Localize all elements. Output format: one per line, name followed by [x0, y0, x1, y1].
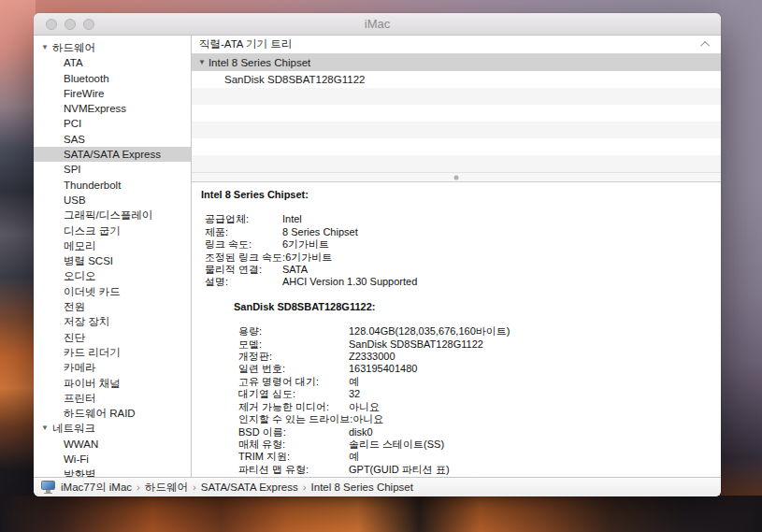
panel-splitter[interactable]	[192, 172, 721, 182]
sidebar-item-label: 방화벽	[64, 468, 96, 477]
sidebar-item-label: ATA	[64, 57, 83, 68]
sidebar-item-thunderbolt[interactable]: Thunderbolt	[34, 178, 191, 193]
minimize-button[interactable]	[65, 19, 76, 30]
window-titlebar[interactable]: iMac	[34, 13, 721, 36]
detail-row-고유-명령어-대기: 고유 명령어 대기:예	[201, 376, 710, 388]
detail-row-공급업체: 공급업체:Intel	[201, 213, 710, 225]
sidebar-item-저장-장치[interactable]: 저장 장치	[34, 314, 191, 329]
detail-row-모델: 모델:SanDisk SD8SBAT128G1122	[201, 338, 710, 351]
breadcrumb-item-sata-sata-express[interactable]: SATA/SATA Express	[201, 482, 298, 493]
detail-label: 조정된 링크 속도:	[205, 252, 285, 264]
sidebar-item-usb[interactable]: USB	[34, 193, 191, 208]
sidebar-item-진단[interactable]: 진단	[34, 330, 191, 345]
sidebar-item-파이버-채널[interactable]: 파이버 채널	[34, 376, 191, 391]
detail-value: GPT(GUID 파티션 표)	[349, 464, 450, 476]
sidebar-item-ata[interactable]: ATA	[34, 55, 191, 70]
status-bar: iMac77의 iMac›하드웨어›SATA/SATA Express›Inte…	[34, 477, 721, 496]
sidebar-group-하드웨어[interactable]: ▼하드웨어	[34, 40, 191, 55]
sidebar-item-카드-리더기[interactable]: 카드 리더기	[34, 345, 191, 360]
sidebar-item-label: NVMExpress	[64, 103, 126, 114]
detail-section-heading: Intel 8 Series Chipset:	[201, 189, 710, 201]
tree-row-empty[interactable]	[192, 138, 721, 155]
wallpaper-bottom-mountains	[0, 496, 762, 532]
sidebar-item-이더넷-카드[interactable]: 이더넷 카드	[34, 284, 191, 299]
detail-row-개정판: 개정판:Z2333000	[201, 351, 710, 363]
detail-value: Intel	[282, 213, 302, 225]
detail-row-설명: 설명:AHCI Version 1.30 Supported	[201, 276, 710, 288]
tree-row-intel-8-series-chipset[interactable]: ▼Intel 8 Series Chipset	[192, 54, 721, 71]
detail-value: 예	[349, 376, 359, 388]
detail-label: 용량:	[238, 325, 349, 338]
sidebar-item-하드웨어-raid[interactable]: 하드웨어 RAID	[34, 406, 191, 421]
detail-value: 32	[349, 388, 360, 400]
tree-row-sandisk-sd8sbat128g1122[interactable]: SanDisk SD8SBAT128G1122	[192, 71, 721, 88]
tree-row-empty[interactable]	[192, 105, 721, 122]
sidebar-item-wi-fi[interactable]: Wi-Fi	[34, 452, 191, 467]
detail-row-bsd-이름: BSD 이름:disk0	[201, 426, 710, 439]
device-tree-column-header[interactable]: 직렬-ATA 기기 트리	[192, 36, 721, 54]
detail-row-파티션-맵-유형: 파티션 맵 유형:GPT(GUID 파티션 표)	[201, 464, 710, 476]
zoom-button[interactable]	[83, 19, 94, 30]
breadcrumb: iMac77의 iMac›하드웨어›SATA/SATA Express›Inte…	[61, 481, 413, 495]
sidebar-item-label: 디스크 굽기	[64, 225, 121, 237]
detail-label: 인지할 수 있는 드라이브:	[238, 413, 352, 425]
imac-computer-icon	[41, 481, 55, 494]
breadcrumb-item-하드웨어[interactable]: 하드웨어	[145, 482, 188, 493]
tree-row-empty[interactable]	[192, 88, 721, 105]
breadcrumb-separator: ›	[137, 482, 140, 493]
sidebar-item-spi[interactable]: SPI	[34, 162, 191, 177]
breadcrumb-item-intel-8-series-chipset[interactable]: Intel 8 Series Chipset	[311, 482, 413, 493]
detail-label: 모델:	[238, 338, 349, 351]
sidebar-item-병렬-scsi[interactable]: 병렬 SCSI	[34, 253, 191, 268]
sidebar-item-label: 병렬 SCSI	[64, 255, 113, 266]
sidebar-item-label: 하드웨어 RAID	[64, 408, 136, 419]
detail-label: TRIM 지원:	[238, 451, 349, 463]
sidebar-item-sas[interactable]: SAS	[34, 132, 191, 147]
detail-value: disk0	[349, 426, 373, 439]
sidebar-item-label: 저장 장치	[64, 316, 109, 327]
sidebar-item-nvmexpress[interactable]: NVMExpress	[34, 101, 191, 116]
sidebar-item-bluetooth[interactable]: Bluetooth	[34, 71, 191, 86]
sidebar-item-전원[interactable]: 전원	[34, 299, 191, 314]
tree-row-empty[interactable]	[192, 122, 721, 138]
detail-row-용량: 용량:128.04GB(128,035,676,160바이트)	[201, 325, 710, 338]
device-tree-rows: ▼Intel 8 Series ChipsetSanDisk SD8SBAT12…	[192, 54, 721, 172]
sidebar-item-label: SPI	[64, 164, 81, 175]
detail-section-sandisk-sd8sbat128g1122: SanDisk SD8SBAT128G1122:용량:128.04GB(128,…	[201, 301, 710, 476]
sidebar-item-메모리[interactable]: 메모리	[34, 238, 191, 253]
sidebar-item-label: 카메라	[64, 362, 96, 373]
sidebar-item-방화벽[interactable]: 방화벽	[34, 467, 191, 477]
sidebar-item-wwan[interactable]: WWAN	[34, 437, 191, 452]
sidebar-item-label: 메모리	[64, 240, 96, 252]
close-button[interactable]	[46, 19, 57, 30]
sidebar-item-디스크-굽기[interactable]: 디스크 굽기	[34, 223, 191, 238]
disclosure-triangle-icon: ▼	[41, 40, 49, 55]
sidebar-item-sata-sata-express[interactable]: SATA/SATA Express	[34, 147, 191, 162]
detail-value: 6기가비트	[285, 252, 332, 264]
sidebar-item-label: SATA/SATA Express	[64, 149, 161, 160]
traffic-lights	[46, 19, 94, 30]
sidebar-item-firewire[interactable]: FireWire	[34, 86, 191, 101]
sidebar-item-label: PCI	[64, 118, 81, 129]
breadcrumb-item-imac77의-imac[interactable]: iMac77의 iMac	[61, 482, 132, 493]
splitter-handle-icon	[454, 175, 459, 180]
sidebar-item-프린터[interactable]: 프린터	[34, 391, 191, 406]
detail-label: 제품:	[205, 226, 282, 238]
sidebar-item-label: 그래픽/디스플레이	[64, 209, 152, 221]
detail-row-매체-유형: 매체 유형:솔리드 스테이트(SS)	[201, 439, 710, 451]
detail-value: 8 Series Chipset	[282, 226, 358, 238]
sidebar-item-카메라[interactable]: 카메라	[34, 360, 191, 375]
sidebar-item-오디오[interactable]: 오디오	[34, 268, 191, 283]
sidebar-item-label: 전원	[64, 301, 85, 312]
details-panel: Intel 8 Series Chipset:공급업체:Intel제품:8 Se…	[192, 182, 721, 477]
detail-value: 6기가비트	[282, 238, 329, 251]
sidebar-item-그래픽-디스플레이[interactable]: 그래픽/디스플레이	[34, 208, 191, 223]
sidebar-group-네트워크[interactable]: ▼네트워크	[34, 421, 191, 436]
detail-label: BSD 이름:	[238, 426, 349, 439]
sidebar: ▼하드웨어ATABluetoothFireWireNVMExpressPCISA…	[34, 36, 192, 477]
system-information-window: iMac ▼하드웨어ATABluetoothFireWireNVMExpress…	[34, 13, 721, 496]
detail-row-제품: 제품:8 Series Chipset	[201, 226, 710, 238]
sidebar-item-pci[interactable]: PCI	[34, 116, 191, 131]
tree-row-empty[interactable]	[192, 155, 721, 172]
sidebar-item-label: 진단	[64, 332, 85, 343]
